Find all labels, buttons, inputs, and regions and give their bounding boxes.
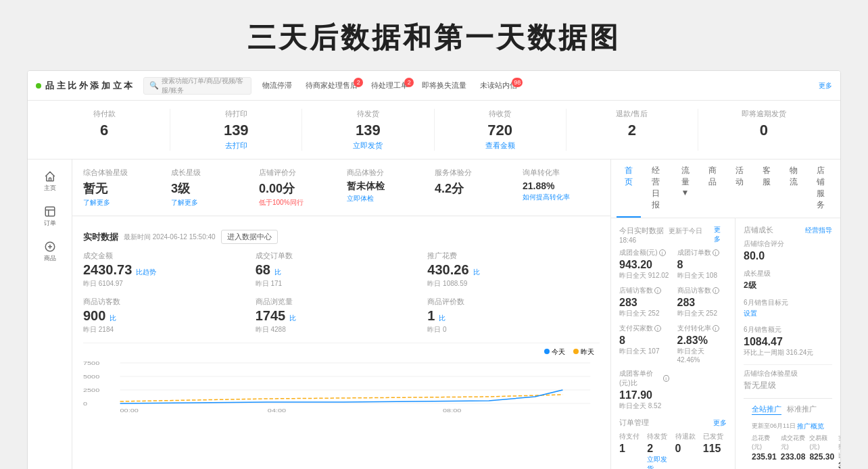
enter-data-center-button[interactable]: 进入数据中心 — [221, 230, 278, 244]
metric-trend-2[interactable]: 比 — [473, 268, 480, 277]
oi-label-2: 待退款 — [675, 432, 699, 441]
search-bar[interactable]: 🔍 搜索功能/订单/商品/视频/客服/账务 — [143, 77, 251, 95]
gi-value-1: 2级 — [744, 280, 832, 291]
tab-products[interactable]: 商品 — [700, 159, 725, 218]
rating-value-3: 暂未体检 — [347, 180, 424, 193]
sidebar-icon-home[interactable]: 主页 — [34, 165, 66, 197]
order-pending-ship: 待发货 2 立即发货 — [647, 432, 671, 469]
metric-trend-1[interactable]: 比 — [274, 268, 281, 277]
metric-amount: 成交金额 2430.73 比趋势 昨日 6104.97 — [83, 251, 256, 289]
metric-label-2: 推广花费 — [427, 251, 589, 261]
store-growth-more[interactable]: 经营指导 — [805, 226, 832, 235]
svg-rect-0 — [45, 207, 55, 216]
sidebar-label-home: 主页 — [44, 184, 56, 193]
info-icon-1[interactable]: i — [713, 249, 719, 256]
ad-tab-all[interactable]: 全站推广 — [752, 404, 781, 415]
nav-item-workorder[interactable]: 待处理工单 2 — [366, 78, 414, 93]
info-icon-2[interactable]: i — [654, 287, 661, 294]
tm-label-0: 成团金额(元) i — [619, 248, 669, 257]
rating-link-1[interactable]: 了解更多 — [171, 198, 248, 207]
rating-link-5[interactable]: 如何提高转化率 — [523, 193, 600, 202]
main-area: 主页 订单 商品 综合体验星级 暂无 了解更多 成长星 — [28, 159, 840, 469]
metric-trend-v1[interactable]: 比 — [289, 314, 296, 323]
metric-value-v1: 1745 — [256, 308, 286, 324]
oi-label-3: 已发货 — [703, 432, 727, 441]
stat-daishouhuo: 待收货 720 查看金额 — [435, 109, 566, 151]
messages-badge: 98 — [512, 78, 523, 87]
nav-items: 物流停滞 待商家处理售后 2 待处理工单 2 即将换失流量 未读站内信 98 — [257, 78, 813, 93]
tab-store-service[interactable]: 店铺服务 — [809, 159, 836, 218]
stat-label-3: 待收货 — [440, 109, 560, 119]
rating-value-5: 21.88% — [523, 180, 600, 191]
info-icon-5[interactable]: i — [713, 325, 719, 332]
metric-prev-1: 昨日 171 — [256, 279, 417, 289]
metric-trend-0[interactable]: 比趋势 — [136, 268, 156, 277]
tm-value-0: 943.20 — [619, 259, 669, 271]
chart-svg: 7500 5000 2500 0 00:00 04:00 08:00 — [83, 360, 600, 414]
left-sidebar: 主页 订单 商品 — [28, 159, 72, 469]
order-pending-pay: 待支付 1 — [619, 432, 643, 469]
rating-label-2: 店铺评价分 — [259, 168, 336, 178]
gi-label-3: 6月销售额元 — [744, 325, 832, 335]
am-label-3: 实际投产比 — [838, 434, 840, 460]
store-growth-panel: 店铺成长 经营指导 店铺综合评分 80.0 成长星级 — [736, 218, 840, 469]
stat-link-3[interactable]: 查看金额 — [440, 141, 560, 151]
rating-link-3[interactable]: 立即体检 — [347, 194, 424, 203]
metric-trend-v0[interactable]: 比 — [110, 314, 116, 323]
realtime-section: 实时数据 最新时间 2024-06-12 15:50:40 进入数据中心 成交金… — [72, 222, 610, 424]
metric-reviews: 商品评价数 1 比 昨日 0 — [427, 297, 600, 335]
nav-item-logistics[interactable]: 物流停滞 — [257, 78, 297, 93]
tab-home[interactable]: 首页 — [617, 159, 641, 218]
sidebar-icon-products[interactable]: 商品 — [34, 235, 66, 268]
tm-label-5: 支付转化率 i — [677, 324, 727, 333]
rating-link-2[interactable]: 低于100%同行 — [259, 198, 336, 207]
metric-visitors: 商品访客数 900 比 昨日 2184 — [83, 297, 256, 335]
stat-link-1[interactable]: 去打印 — [176, 141, 296, 151]
realtime-metrics-row2: 商品访客数 900 比 昨日 2184 商品浏览量 1745 比 昨 — [83, 297, 600, 335]
info-icon-3[interactable]: i — [713, 287, 719, 294]
nav-item-aftersale[interactable]: 待商家处理售后 2 — [300, 78, 363, 93]
sidebar-icon-orders[interactable]: 订单 — [34, 200, 66, 232]
stat-link-2[interactable]: 立即发货 — [308, 141, 428, 151]
gi-link-2[interactable]: 设置 — [744, 309, 832, 318]
info-icon-6[interactable]: i — [663, 375, 669, 382]
nav-logo: 品 主 比 外 添 加 立 本 — [36, 80, 132, 92]
ratings-row: 综合体验星级 暂无 了解更多 成长星级 3级 了解更多 店铺评价分 0.00分 … — [72, 159, 610, 216]
ad-tab-standard[interactable]: 标准推广 — [787, 404, 817, 415]
metric-label-v0: 商品访客数 — [83, 297, 245, 307]
tm-conversion: 支付转化率 i 2.83% 昨日全天 42.46% — [677, 324, 727, 364]
am-label-1: 成交花费元) — [781, 434, 806, 451]
legend-yesterday: 昨天 — [573, 347, 594, 357]
oi-value-0: 1 — [619, 443, 643, 455]
tab-events[interactable]: 活动 — [727, 159, 752, 218]
tab-logistics[interactable]: 物流 — [781, 159, 806, 218]
metric-trend-v2[interactable]: 比 — [439, 314, 445, 323]
order-more-link[interactable]: 更多 — [713, 418, 727, 428]
nav-item-messages[interactable]: 未读站内信 98 — [475, 78, 523, 93]
rating-link-0[interactable]: 了解更多 — [83, 198, 160, 207]
metric-label-0: 成交金额 — [83, 251, 245, 261]
rating-conversion: 询单转化率 21.88% 如何提高转化率 — [523, 168, 600, 207]
tab-daily[interactable]: 经营日报 — [644, 159, 671, 218]
nav-item-traffic[interactable]: 即将换失流量 — [416, 78, 472, 93]
order-grid-row1: 待支付 1 待发货 2 立即发货 待退款 0 — [619, 432, 727, 469]
right-content: 今日实时数据 更新于今日18:46 更多 成团金额(元) i 943.20 — [611, 218, 840, 469]
oi-link-1[interactable]: 立即发货 — [647, 455, 671, 469]
metric-label-v2: 商品评价数 — [427, 297, 589, 307]
am-label-2: 交易额(元) — [809, 434, 834, 451]
svg-text:7500: 7500 — [83, 360, 99, 366]
tm-value-4: 8 — [619, 335, 669, 347]
today-more-link[interactable]: 更多 — [714, 225, 727, 244]
today-data-panel: 今日实时数据 更新于今日18:46 更多 成团金额(元) i 943.20 — [611, 218, 736, 469]
am-deal-spend: 成交花费元) 233.08 — [781, 434, 806, 469]
info-icon-4[interactable]: i — [654, 325, 661, 332]
rating-label-4: 服务体验分 — [435, 168, 512, 178]
tab-service[interactable]: 客服 — [754, 159, 779, 218]
logo-text: 品 主 比 外 添 加 立 本 — [45, 80, 132, 92]
ad-more-link[interactable]: 推广概览 — [797, 422, 824, 431]
page-title: 三天后数据和第一天数据图 — [0, 19, 868, 57]
am-value-2: 825.30 — [809, 452, 834, 462]
more-link[interactable]: 更多 — [819, 81, 832, 91]
info-icon-0[interactable]: i — [659, 249, 666, 256]
tab-traffic[interactable]: 流量▼ — [673, 159, 698, 218]
